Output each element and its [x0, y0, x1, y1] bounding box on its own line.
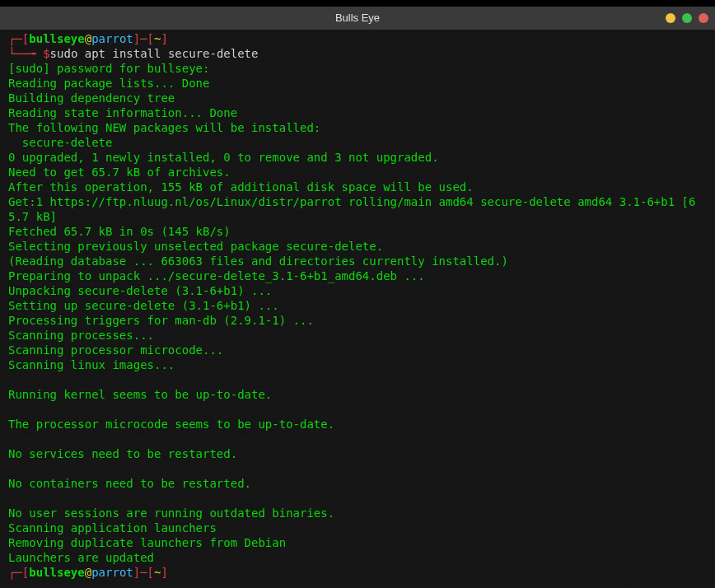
- output-line: Unpacking secure-delete (3.1-6+b1) ...: [8, 283, 707, 298]
- output-line: [8, 372, 707, 387]
- terminal-output: [sudo] password for bullseye:Reading pac…: [8, 61, 707, 565]
- output-line: No user sessions are running outdated bi…: [8, 506, 707, 520]
- output-line: No services need to be restarted.: [8, 446, 707, 461]
- output-line: Get:1 https://ftp.nluug.nl/os/Linux/dist…: [8, 194, 707, 224]
- output-line: Need to get 65.7 kB of archives.: [8, 165, 707, 180]
- output-line: [sudo] password for bullseye:: [8, 61, 707, 76]
- desktop-taskbar: [0, 0, 715, 7]
- output-line: After this operation, 155 kB of addition…: [8, 180, 707, 194]
- terminal-content[interactable]: ┌─[bullseye@parrot]─[~] └──╼ $sudo apt i…: [0, 30, 715, 581]
- output-line: Fetched 65.7 kB in 0s (145 kB/s): [8, 224, 707, 239]
- output-line: [8, 491, 707, 506]
- output-line: The following NEW packages will be insta…: [8, 120, 707, 135]
- output-line: Preparing to unpack .../secure-delete_3.…: [8, 268, 707, 283]
- output-line: Scanning processor microcode...: [8, 343, 707, 357]
- maximize-button[interactable]: [682, 13, 692, 23]
- prompt-line-2-top: ┌─[bullseye@parrot]─[~]: [8, 565, 707, 580]
- output-line: Scanning linux images...: [8, 357, 707, 372]
- command-text: sudo apt install secure-delete: [50, 47, 259, 60]
- window-controls: [666, 13, 708, 23]
- output-line: Reading state information... Done: [8, 105, 707, 120]
- window-titlebar[interactable]: Bulls Eye: [0, 7, 715, 30]
- output-line: Scanning application launchers: [8, 520, 707, 535]
- output-line: Reading package lists... Done: [8, 76, 707, 91]
- output-line: Scanning processes...: [8, 328, 707, 343]
- output-line: secure-delete: [8, 135, 707, 150]
- close-button[interactable]: [699, 13, 708, 23]
- output-line: [8, 432, 707, 446]
- output-line: 0 upgraded, 1 newly installed, 0 to remo…: [8, 150, 707, 165]
- output-line: Building dependency tree: [8, 91, 707, 105]
- output-line: The processor microcode seems to be up-t…: [8, 417, 707, 432]
- output-line: Running kernel seems to be up-to-date.: [8, 387, 707, 402]
- output-line: Setting up secure-delete (3.1-6+b1) ...: [8, 298, 707, 313]
- output-line: Selecting previously unselected package …: [8, 239, 707, 254]
- output-line: [8, 461, 707, 476]
- output-line: [8, 402, 707, 417]
- output-line: No containers need to be restarted.: [8, 476, 707, 491]
- output-line: (Reading database ... 663063 files and d…: [8, 254, 707, 268]
- prompt-line-1-bottom: └──╼ $sudo apt install secure-delete: [8, 46, 707, 61]
- output-line: Removing duplicate launchers from Debian: [8, 535, 707, 550]
- window-title: Bulls Eye: [335, 11, 380, 26]
- output-line: Launchers are updated: [8, 550, 707, 565]
- output-line: Processing triggers for man-db (2.9.1-1)…: [8, 313, 707, 328]
- minimize-button[interactable]: [666, 13, 675, 23]
- prompt-line-1-top: ┌─[bullseye@parrot]─[~]: [8, 31, 707, 46]
